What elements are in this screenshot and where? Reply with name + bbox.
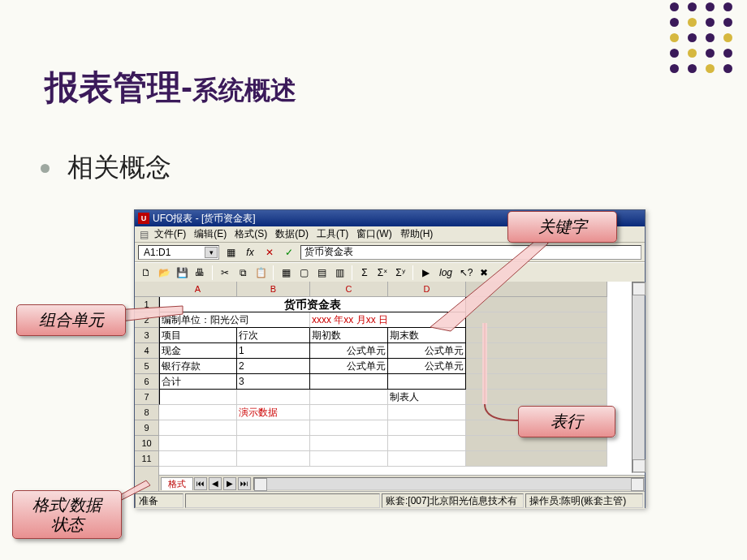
main-toolbar: 🗋 📂 💾 🖶 ✂ ⧉ 📋 ▦ ▢ ▤ ▥ Σ Σˣ Σʸ ▶ log ↖? ✖ [135, 262, 645, 282]
save-icon[interactable]: 💾 [174, 265, 190, 280]
bullet-icon [41, 164, 50, 173]
tab-next-icon[interactable]: ▶ [223, 477, 236, 490]
menu-edit[interactable]: 编辑(E) [194, 227, 227, 241]
fx-button[interactable]: fx [242, 245, 258, 260]
bullet-text: 相关概念 [67, 150, 171, 186]
callout-keyword: 关键字 [507, 211, 617, 243]
status-account: 账套:[007]北京阳光信息技术有 [382, 493, 524, 508]
open-icon[interactable]: 📂 [156, 265, 172, 280]
sigma-x-icon[interactable]: Σˣ [374, 265, 391, 280]
data-cell[interactable] [310, 374, 388, 390]
window-title: UFO报表 - [货币资金表] [153, 212, 256, 226]
horizontal-scrollbar[interactable] [253, 477, 645, 490]
sheet-tabs: 格式 ⏮ ◀ ▶ ⏭ [159, 475, 645, 491]
app-window: U UFO报表 - [货币资金表] ▤ 文件(F) 编辑(E) 格式(S) 数据… [134, 209, 646, 508]
app-icon: U [138, 213, 149, 224]
row-header[interactable]: 3 [135, 328, 158, 343]
status-operator: 操作员:陈明(账套主管) [525, 493, 643, 508]
confirm-icon[interactable]: ✓ [281, 245, 297, 260]
row-header[interactable]: 5 [135, 359, 158, 374]
col-header[interactable]: C [310, 282, 388, 297]
data-cell[interactable]: 1 [237, 343, 310, 359]
svg-marker-0 [430, 234, 548, 331]
row-header[interactable]: 11 [135, 451, 158, 467]
table-row: 现金 1 公式单元 公式单元 [159, 343, 645, 359]
menu-data[interactable]: 数据(D) [275, 227, 309, 241]
table-row: 制表人 [159, 390, 645, 405]
outline-icon[interactable]: ▢ [296, 265, 312, 280]
status-empty [185, 493, 380, 508]
table-row [159, 451, 645, 467]
demo-data-cell[interactable]: 演示数据 [237, 405, 310, 420]
formula-cell[interactable]: 公式单元 [388, 343, 466, 359]
row-header[interactable]: 7 [135, 390, 158, 405]
col-header[interactable]: A [159, 282, 237, 297]
tab-prev-icon[interactable]: ◀ [209, 477, 222, 490]
table-row: 银行存款 2 公式单元 公式单元 [159, 359, 645, 374]
cut-icon[interactable]: ✂ [217, 265, 233, 280]
data-cell[interactable]: 银行存款 [159, 359, 237, 374]
grid-icon[interactable]: ▤ [313, 265, 330, 280]
statusbar: 准备 账套:[007]北京阳光信息技术有 操作员:陈明(账套主管) [135, 491, 645, 509]
tab-last-icon[interactable]: ⏭ [238, 477, 251, 490]
menu-format[interactable]: 格式(S) [235, 227, 267, 241]
menu-file[interactable]: 文件(F) [154, 227, 186, 241]
table-row: 编制单位：阳光公司 xxxx 年xx 月xx 日 [159, 312, 645, 328]
menu-window[interactable]: 窗口(W) [356, 227, 391, 241]
header-cell[interactable]: 期初数 [310, 328, 388, 343]
callout-format-state: 格式/数据状态 [12, 490, 122, 539]
title-main: 报表管理 [45, 68, 181, 106]
border-icon[interactable]: ▦ [278, 265, 294, 280]
data-cell[interactable]: 现金 [159, 343, 237, 359]
header-cell[interactable]: 行次 [237, 328, 310, 343]
tab-first-icon[interactable]: ⏮ [194, 477, 207, 490]
data-cell[interactable]: 合计 [159, 374, 237, 390]
formula-toolbar: A1:D1 ▾ ▦ fx ✕ ✓ 货币资金表 [135, 243, 645, 262]
select-all-corner[interactable] [135, 282, 159, 297]
formula-cell[interactable]: 公式单元 [310, 359, 388, 374]
copy-icon[interactable]: ⧉ [235, 265, 251, 280]
table-icon[interactable]: ▥ [331, 265, 348, 280]
formula-text: 货币资金表 [304, 245, 353, 259]
row-header[interactable]: 4 [135, 343, 158, 359]
cell-reference-text: A1:D1 [144, 247, 171, 258]
paste-icon[interactable]: 📋 [253, 265, 269, 280]
callout-table-row: 表行 [518, 406, 615, 437]
bullet-item: 相关概念 [41, 150, 171, 186]
grid: A B C D 货币资金表 编制单位：阳光公司 xxxx 年xx 月xx 日 项… [159, 282, 645, 491]
menu-tool[interactable]: 工具(T) [317, 227, 348, 241]
formula-cell[interactable]: 公式单元 [310, 343, 388, 359]
data-cell[interactable]: 3 [237, 374, 310, 390]
select-icon[interactable]: ▦ [222, 245, 239, 260]
row-header[interactable]: 8 [135, 405, 158, 420]
table-row: 合计 3 [159, 374, 645, 390]
row-header[interactable]: 9 [135, 420, 158, 436]
column-headers: A B C D [159, 282, 645, 297]
table-row: 货币资金表 [159, 297, 645, 312]
title-dash: - [181, 68, 192, 106]
slide-title: 报表管理-系统概述 [45, 65, 296, 110]
data-cell[interactable]: 2 [237, 359, 310, 374]
table-row [159, 436, 645, 451]
keyword-pointer [406, 234, 552, 331]
spreadsheet: 1 2 3 4 5 6 7 8 9 10 11 A B C D 货币资金表 [135, 282, 645, 491]
decoration-dots [670, 2, 735, 75]
table-row: 项目 行次 期初数 期末数 [159, 328, 645, 343]
cancel-icon[interactable]: ✕ [261, 245, 278, 260]
header-cell[interactable]: 项目 [159, 328, 237, 343]
maker-cell[interactable]: 制表人 [388, 390, 466, 405]
cell-reference-box[interactable]: A1:D1 ▾ [138, 245, 219, 260]
vertical-scrollbar[interactable] [632, 282, 645, 473]
sum-icon[interactable]: Σ [356, 265, 373, 280]
formula-cell[interactable]: 公式单元 [388, 359, 466, 374]
document-icon: ▤ [138, 229, 149, 240]
format-tab[interactable]: 格式 [161, 477, 193, 490]
row-header[interactable]: 6 [135, 374, 158, 390]
callout-combo-cell: 组合单元 [16, 304, 126, 336]
col-header[interactable]: B [237, 282, 310, 297]
data-cell[interactable] [388, 374, 466, 390]
dropdown-icon[interactable]: ▾ [205, 247, 218, 258]
row-header[interactable]: 10 [135, 436, 158, 451]
new-icon[interactable]: 🗋 [138, 265, 154, 280]
print-icon[interactable]: 🖶 [192, 265, 208, 280]
